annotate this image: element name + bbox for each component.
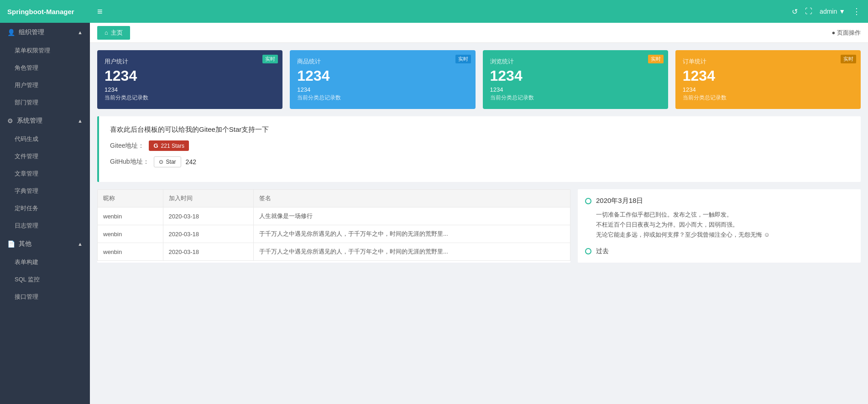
scheduled-task-label: 定时任务 [15, 205, 38, 212]
stat-value-order: 1234 [683, 67, 853, 84]
logo-text: Springboot-Manager [7, 8, 74, 16]
stat-card-user: 用户统计 实时 1234 1234 当前分类总记录数 [97, 50, 282, 109]
user-icon: 👤 [7, 29, 15, 36]
github-icon: ⊙ [159, 159, 163, 165]
user-label: admin [820, 8, 837, 15]
refresh-icon[interactable]: ↺ [792, 7, 798, 16]
timeline-section: 2020年3月18日 一切准备工作似乎都已到位。发布之弦，一触即发。不枉近百个日… [578, 189, 861, 263]
cell-signature: 于千万人之中遇见你所遇见的人，于千万年之中，时间的无涯的荒野里... [253, 243, 570, 261]
dict-mgmt-label: 字典管理 [15, 187, 38, 194]
sidebar-group-org[interactable]: 👤 组织管理 ▲ [0, 23, 90, 42]
sidebar-item-table-build[interactable]: 表单构建 [0, 254, 90, 271]
promo-title: 喜欢此后台模板的可以给我的Gitee加个Star支持一下 [110, 125, 850, 134]
col-signature: 签名 [253, 190, 570, 207]
stat-sub-browse: 1234 [490, 86, 661, 93]
stat-label-order: 订单统计 [683, 57, 853, 66]
github-star-label: Star [166, 159, 176, 165]
api-mgmt-label: 接口管理 [15, 293, 38, 300]
user-table: 昵称 加入时间 签名 wenbin 2020-03-18 人生就像是一场修行 w… [97, 189, 570, 261]
timeline-date-label: 2020年3月18日 [596, 197, 643, 205]
gitee-label: Gitee地址： [110, 142, 144, 150]
topbar-right: ↺ ⛶ admin ▼ ⋮ [792, 6, 861, 16]
sidebar-item-dept-mgmt[interactable]: 部门管理 [0, 94, 90, 111]
user-dropdown[interactable]: admin ▼ [820, 8, 845, 15]
cell-join-time: 2020-03-18 [163, 225, 253, 243]
menu-toggle-icon[interactable]: ≡ [97, 6, 103, 17]
page-ops[interactable]: ● 页面操作 [832, 29, 861, 37]
stat-label-product: 商品统计 [297, 57, 468, 66]
chevron-up-icon-other: ▲ [78, 241, 83, 247]
sidebar-item-role-mgmt[interactable]: 角色管理 [0, 59, 90, 77]
past-label: 过去 [596, 247, 609, 255]
chevron-up-icon: ▲ [78, 30, 83, 35]
sys-mgmt-label: 系统管理 [17, 117, 42, 125]
github-count: 242 [186, 158, 196, 166]
cell-signature: 人生就像是一场修行 [253, 207, 570, 225]
cell-nickname: wenbin [98, 207, 163, 225]
stat-card-browse: 浏览统计 实时 1234 1234 当前分类总记录数 [483, 50, 668, 109]
stat-desc-product: 当前分类总记录数 [297, 94, 468, 102]
github-label: GitHub地址： [110, 158, 149, 166]
doc-icon: 📄 [7, 240, 15, 248]
stat-label-user: 用户统计 [105, 57, 275, 66]
sql-monitor-label: SQL 监控 [15, 276, 40, 283]
sidebar-item-file-mgmt[interactable]: 文件管理 [0, 148, 90, 165]
timeline-dot-0 [585, 198, 591, 204]
sidebar-logo: Springboot-Manager [0, 0, 90, 23]
cell-signature: 于千万人之中遇见你所遇见的人，于千万年之中，时间的无涯的荒野里... [253, 225, 570, 243]
more-menu-icon[interactable]: ⋮ [852, 6, 861, 16]
cell-join-time: 2020-03-18 [163, 207, 253, 225]
table-row: wenbin 2020-03-18 于千万人之中遇见你所遇见的人，于千万年之中，… [98, 225, 570, 243]
sidebar-item-dict-mgmt[interactable]: 字典管理 [0, 182, 90, 200]
org-label: 组织管理 [19, 28, 44, 36]
bottom-row: 昵称 加入时间 签名 wenbin 2020-03-18 人生就像是一场修行 w… [97, 189, 861, 263]
article-mgmt-label: 文章管理 [15, 170, 38, 177]
sidebar-item-api-mgmt[interactable]: 接口管理 [0, 288, 90, 306]
timeline-item-0: 2020年3月18日 一切准备工作似乎都已到位。发布之弦，一触即发。不枉近百个日… [585, 197, 853, 240]
sidebar-item-log-mgmt[interactable]: 日志管理 [0, 217, 90, 234]
sidebar-group-sys[interactable]: ⚙ 系统管理 ▲ [0, 111, 90, 130]
sidebar-item-scheduled-task[interactable]: 定时任务 [0, 200, 90, 217]
sidebar-item-user-mgmt[interactable]: 用户管理 [0, 77, 90, 94]
file-mgmt-label: 文件管理 [15, 153, 38, 160]
stat-badge-order: 实时 [841, 55, 856, 63]
timeline-date-0: 2020年3月18日 [585, 197, 853, 205]
user-table-section: 昵称 加入时间 签名 wenbin 2020-03-18 人生就像是一场修行 w… [97, 189, 570, 263]
content-area: 用户统计 实时 1234 1234 当前分类总记录数 商品统计 实时 1234 … [90, 43, 868, 404]
stat-value-product: 1234 [297, 67, 468, 84]
stats-row: 用户统计 实时 1234 1234 当前分类总记录数 商品统计 实时 1234 … [97, 50, 861, 109]
role-mgmt-label: 角色管理 [15, 64, 38, 71]
stat-desc-order: 当前分类总记录数 [683, 94, 853, 102]
stat-badge-browse: 实时 [648, 55, 664, 63]
breadcrumb-label: 主页 [111, 29, 123, 37]
col-nickname: 昵称 [98, 190, 163, 207]
stat-desc-browse: 当前分类总记录数 [490, 94, 661, 102]
topbar: ≡ ↺ ⛶ admin ▼ ⋮ [90, 0, 868, 23]
fullscreen-icon[interactable]: ⛶ [805, 7, 812, 16]
sidebar-item-code-gen[interactable]: 代码生成 [0, 130, 90, 148]
github-badge[interactable]: ⊙ Star [154, 156, 181, 167]
page-ops-label: ● 页面操作 [832, 29, 861, 37]
gitee-stars: 221 Stars [161, 143, 184, 149]
sidebar-item-article-mgmt[interactable]: 文章管理 [0, 165, 90, 182]
gitee-badge[interactable]: G 221 Stars [149, 140, 189, 151]
promo-gitee-row: Gitee地址： G 221 Stars [110, 140, 850, 151]
chevron-up-icon-sys: ▲ [78, 118, 83, 124]
promo-github-row: GitHub地址： ⊙ Star 242 [110, 156, 850, 167]
sidebar-item-sql-monitor[interactable]: SQL 监控 [0, 271, 90, 288]
table-body: wenbin 2020-03-18 人生就像是一场修行 wenbin 2020-… [98, 207, 570, 261]
promo-section: 喜欢此后台模板的可以给我的Gitee加个Star支持一下 Gitee地址： G … [97, 116, 861, 182]
cell-join-time: 2020-03-18 [163, 243, 253, 261]
stat-badge-product: 实时 [455, 55, 471, 63]
stat-badge-user: 实时 [262, 55, 278, 63]
table-build-label: 表单构建 [15, 259, 38, 265]
breadcrumb-home-tab[interactable]: ⌂ 主页 [97, 26, 130, 40]
stat-sub-user: 1234 [105, 86, 275, 93]
sidebar-item-menu-auth[interactable]: 菜单权限管理 [0, 42, 90, 59]
table-header-row: 昵称 加入时间 签名 [98, 190, 570, 207]
timeline-past: 过去 [585, 247, 853, 255]
sidebar-group-other[interactable]: 📄 其他 ▲ [0, 234, 90, 254]
menu-auth-label: 菜单权限管理 [15, 47, 50, 54]
table-row: wenbin 2020-03-18 于千万人之中遇见你所遇见的人，于千万年之中，… [98, 243, 570, 261]
stat-value-browse: 1234 [490, 67, 661, 84]
